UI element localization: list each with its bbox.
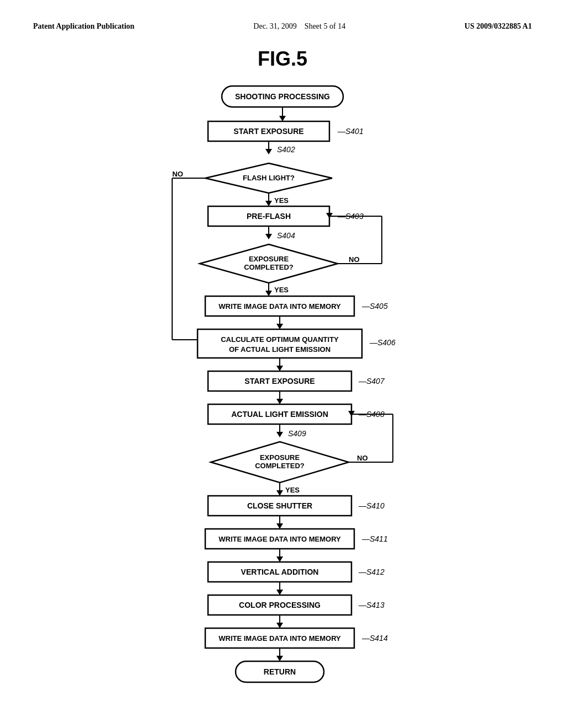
s406-node-line1: CALCULATE OPTIMUM QUANTITY <box>221 335 339 344</box>
s403-node: PRE-FLASH <box>247 212 291 221</box>
exp1-no-label: NO <box>349 255 360 264</box>
svg-marker-22 <box>265 291 272 296</box>
s405-label: —S405 <box>361 302 388 311</box>
exp2-no-label: NO <box>357 454 368 462</box>
svg-marker-50 <box>276 590 283 595</box>
svg-marker-25 <box>276 324 283 329</box>
s413-label: —S413 <box>358 601 385 609</box>
end-node: RETURN <box>264 667 296 676</box>
header-sheet: Sheet 5 of 14 <box>305 22 345 30</box>
svg-marker-41 <box>276 490 283 496</box>
s406-node-line2: OF ACTUAL LIGHT EMISSION <box>229 345 331 354</box>
exp1-yes-label: YES <box>274 286 289 294</box>
svg-marker-15 <box>265 234 272 239</box>
s410-node: CLOSE SHUTTER <box>247 501 312 510</box>
header-center: Dec. 31, 2009 Sheet 5 of 14 <box>253 22 345 31</box>
exp1-diamond-line2: COMPLETED? <box>244 263 294 271</box>
header-right: US 2009/0322885 A1 <box>465 22 532 31</box>
s404-label: S404 <box>277 231 295 240</box>
header-date: Dec. 31, 2009 <box>253 22 297 30</box>
s407-node: START EXPOSURE <box>244 377 315 386</box>
svg-marker-28 <box>276 366 283 371</box>
svg-marker-34 <box>276 432 283 437</box>
start-node: SHOOTING PROCESSING <box>235 92 330 101</box>
s402-label: S402 <box>277 145 295 154</box>
header-left: Patent Application Publication <box>33 22 135 31</box>
s412-label: —S412 <box>358 568 385 576</box>
s414-label: —S414 <box>361 634 388 643</box>
s411-node: WRITE IMAGE DATA INTO MEMORY <box>218 535 341 543</box>
s405-node: WRITE IMAGE DATA INTO MEMORY <box>218 302 341 311</box>
s406-label: —S406 <box>369 338 396 347</box>
s407-label: —S407 <box>358 377 385 386</box>
exp1-diamond-line1: EXPOSURE <box>249 255 289 263</box>
flash-no-label: NO <box>172 170 183 178</box>
exp2-yes-label: YES <box>285 486 300 494</box>
s408-node: ACTUAL LIGHT EMISSION <box>231 410 328 419</box>
svg-marker-5 <box>265 149 272 154</box>
figure-title: FIG.5 <box>33 47 532 71</box>
s414-node: WRITE IMAGE DATA INTO MEMORY <box>218 634 341 643</box>
s412-node: VERTICAL ADDITION <box>241 568 319 576</box>
svg-marker-2 <box>279 116 286 121</box>
svg-marker-47 <box>276 556 283 562</box>
s413-node: COLOR PROCESSING <box>239 601 321 609</box>
header: Patent Application Publication Dec. 31, … <box>33 22 532 31</box>
svg-marker-44 <box>276 523 283 529</box>
flowchart-diagram: SHOOTING PROCESSING START EXPOSURE —S401… <box>95 82 470 716</box>
s409-label: S409 <box>288 429 306 438</box>
s411-label: —S411 <box>361 534 388 543</box>
flash-diamond: FLASH LIGHT? <box>243 174 295 182</box>
exp2-diamond-line2: COMPLETED? <box>255 462 305 470</box>
s401-label: —S401 <box>337 127 364 136</box>
svg-rect-26 <box>198 329 362 358</box>
svg-marker-56 <box>276 656 283 661</box>
s401-node: START EXPOSURE <box>233 127 303 136</box>
svg-marker-12 <box>265 201 272 206</box>
s410-label: —S410 <box>358 501 385 510</box>
exp2-diamond-line1: EXPOSURE <box>260 453 300 462</box>
svg-marker-31 <box>276 399 283 404</box>
svg-marker-53 <box>276 623 283 628</box>
flash-yes-label: YES <box>274 196 289 205</box>
